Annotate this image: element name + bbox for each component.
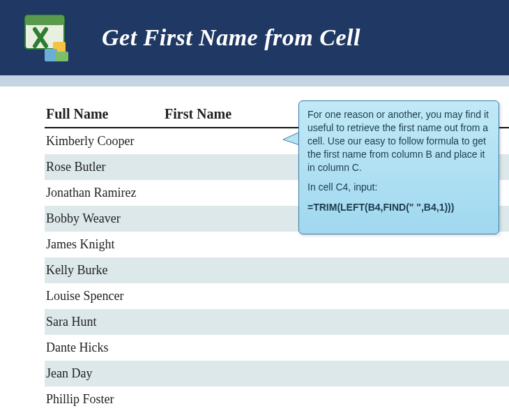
page-title: Get First Name from Cell bbox=[102, 24, 360, 51]
title-banner: Get First Name from Cell bbox=[0, 0, 509, 75]
cell-full-name: Kimberly Cooper bbox=[45, 134, 163, 149]
svg-rect-1 bbox=[25, 15, 64, 25]
cell-full-name: Jean Day bbox=[45, 366, 163, 381]
cell-full-name: Sara Hunt bbox=[45, 315, 163, 329]
instruction-callout: For one reason or another, you may find … bbox=[298, 100, 499, 234]
cell-full-name: Kelly Burke bbox=[45, 263, 163, 278]
cell-full-name: Dante Hicks bbox=[45, 340, 163, 355]
svg-marker-5 bbox=[283, 132, 300, 145]
svg-rect-3 bbox=[45, 49, 57, 61]
callout-text-1: For one reason or another, you may find … bbox=[307, 108, 490, 174]
callout-text-2: In cell C4, input: bbox=[307, 181, 490, 194]
header-full-name: Full Name bbox=[45, 106, 163, 122]
table-row: James Knight bbox=[45, 232, 509, 257]
cell-full-name: Jonathan Ramirez bbox=[45, 186, 163, 200]
table-row: Sara Hunt bbox=[45, 309, 509, 335]
svg-rect-4 bbox=[56, 52, 68, 61]
table-row: Jean Day bbox=[45, 361, 509, 387]
table-row: Kelly Burke bbox=[45, 257, 509, 283]
cell-full-name: Louise Spencer bbox=[45, 289, 163, 303]
callout-tail bbox=[283, 130, 300, 148]
table-row: Dante Hicks bbox=[45, 335, 509, 361]
header-first-name: First Name bbox=[163, 106, 303, 122]
excel-icon bbox=[21, 11, 74, 64]
callout-formula: =TRIM(LEFT(B4,FIND(" ",B4,1))) bbox=[307, 201, 490, 214]
cell-full-name: Bobby Weaver bbox=[45, 211, 163, 226]
cell-full-name: James Knight bbox=[45, 237, 163, 252]
cell-full-name: Rose Butler bbox=[45, 160, 163, 174]
table-row: Phillip Foster bbox=[45, 387, 509, 412]
cell-full-name: Phillip Foster bbox=[45, 392, 163, 407]
sub-banner bbox=[0, 75, 509, 87]
table-row: Louise Spencer bbox=[45, 283, 509, 309]
